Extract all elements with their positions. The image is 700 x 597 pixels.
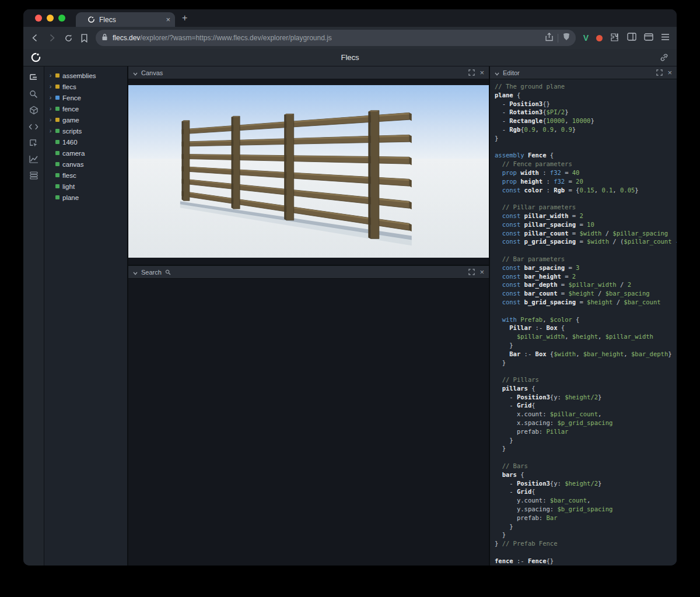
code-line bbox=[495, 453, 677, 462]
code-line: // The ground plane bbox=[495, 82, 677, 91]
browser-tab-flecs[interactable]: Flecs × bbox=[76, 12, 175, 27]
reload-button[interactable] bbox=[64, 34, 73, 43]
code-line: } bbox=[495, 134, 677, 143]
entity-name: flecs bbox=[62, 83, 76, 90]
tree-item-scripts[interactable]: ›scripts bbox=[44, 125, 127, 136]
code-line: prop height : f32 = 20 bbox=[495, 177, 677, 186]
code-line: plane { bbox=[495, 91, 677, 100]
expand-arrow-icon[interactable]: › bbox=[48, 72, 52, 79]
charts-icon[interactable] bbox=[27, 154, 41, 164]
zoom-window-button[interactable] bbox=[58, 15, 65, 22]
browser-toolbar: flecs.dev/explorer/?wasm=https://www.fle… bbox=[23, 27, 677, 49]
code-line: pillars { bbox=[495, 384, 677, 393]
fullscreen-icon[interactable] bbox=[656, 68, 663, 78]
tree-item-Fence[interactable]: ›Fence bbox=[44, 92, 127, 103]
share-icon[interactable] bbox=[545, 33, 553, 44]
close-panel-icon[interactable]: × bbox=[480, 69, 484, 76]
minimize-window-button[interactable] bbox=[47, 15, 54, 22]
expand-arrow-icon[interactable]: › bbox=[48, 83, 52, 90]
collapse-chevron-icon[interactable] bbox=[133, 68, 138, 78]
code-line: } bbox=[495, 359, 677, 367]
tree-item-game[interactable]: ›game bbox=[44, 114, 127, 125]
code-line: - Position3{} bbox=[495, 100, 677, 108]
code-line: prefab: Pillar bbox=[495, 427, 677, 436]
expand-arrow-icon[interactable]: › bbox=[48, 106, 52, 112]
tree-item-assemblies[interactable]: ›assemblies bbox=[44, 70, 127, 81]
objects-cube-icon[interactable] bbox=[27, 105, 41, 115]
tree-item-canvas[interactable]: canvas bbox=[44, 159, 127, 170]
code-line: x.spacing: $p_grid_spacing bbox=[495, 419, 677, 427]
address-bar[interactable]: flecs.dev/explorer/?wasm=https://www.fle… bbox=[96, 30, 576, 46]
brave-shield-icon[interactable] bbox=[563, 33, 570, 43]
browser-window: Flecs × + flecs.dev/explorer/?wasm=https… bbox=[23, 9, 677, 566]
close-panel-icon[interactable]: × bbox=[667, 69, 672, 76]
url-path: /explorer/?wasm=https://www.flecs.dev/ex… bbox=[140, 34, 331, 42]
code-line: } bbox=[495, 444, 677, 453]
code-line: - Position3{y: $height/2} bbox=[495, 393, 677, 402]
menu-icon[interactable] bbox=[661, 33, 670, 43]
expand-arrow-icon[interactable]: › bbox=[48, 128, 52, 134]
search-panel-header: Search × bbox=[128, 266, 489, 279]
url-domain: flecs.dev bbox=[113, 34, 140, 42]
code-line: $pillar_width, $height, $pillar_width bbox=[495, 332, 677, 341]
code-line: y.spacing: $b_grid_spacing bbox=[495, 505, 677, 514]
code-line: // Bars bbox=[495, 462, 677, 470]
code-line: - Position3{y: $height/2} bbox=[495, 479, 677, 488]
tab-close-icon[interactable]: × bbox=[166, 15, 170, 24]
code-line: // Pillar parameters bbox=[495, 203, 677, 212]
forward-button[interactable] bbox=[47, 33, 57, 43]
search-results-area bbox=[128, 279, 489, 566]
vue-devtools-icon[interactable]: V bbox=[583, 33, 589, 43]
new-tab-button[interactable]: + bbox=[182, 13, 187, 23]
entity-name: camera bbox=[62, 150, 85, 157]
collapse-chevron-icon[interactable] bbox=[133, 267, 138, 278]
tree-item-flesc[interactable]: flesc bbox=[44, 170, 127, 181]
code-line: const pillar_spacing = 10 bbox=[495, 220, 677, 229]
code-line: x.count: $pillar_count, bbox=[495, 410, 677, 419]
fullscreen-icon[interactable] bbox=[468, 267, 475, 278]
entity-kind-square bbox=[55, 85, 60, 89]
expand-arrow-icon[interactable]: › bbox=[48, 117, 52, 123]
search-tool-icon[interactable] bbox=[27, 89, 41, 99]
extension-icons: V bbox=[583, 32, 670, 44]
stats-rows-icon[interactable] bbox=[27, 170, 41, 181]
record-dot-icon[interactable] bbox=[596, 35, 603, 41]
panel-title: Canvas bbox=[141, 69, 163, 76]
bookmark-icon[interactable] bbox=[80, 34, 88, 43]
expand-arrow-icon[interactable]: › bbox=[48, 94, 52, 101]
lock-icon bbox=[102, 33, 108, 43]
tree-item-fence[interactable]: ›fence bbox=[44, 103, 127, 114]
entity-tree: ›assemblies›flecs›Fence›fence›game›scrip… bbox=[44, 66, 128, 566]
tree-item-plane[interactable]: plane bbox=[44, 192, 127, 203]
entity-kind-square bbox=[55, 129, 60, 133]
close-panel-icon[interactable]: × bbox=[480, 268, 484, 276]
code-line: // Pillars bbox=[495, 375, 677, 384]
tree-item-1460[interactable]: 1460 bbox=[44, 136, 127, 148]
code-line: } bbox=[495, 531, 677, 539]
3d-viewport[interactable] bbox=[128, 79, 489, 265]
editor-panel-header: Editor × bbox=[490, 66, 677, 79]
close-window-button[interactable] bbox=[35, 15, 42, 22]
code-line: with Prefab, $color { bbox=[495, 315, 677, 324]
tree-item-light[interactable]: light bbox=[44, 181, 127, 192]
fence-scene bbox=[128, 85, 489, 258]
entity-name: fence bbox=[62, 106, 79, 113]
tree-item-flecs[interactable]: ›flecs bbox=[44, 81, 127, 92]
fullscreen-icon[interactable] bbox=[468, 68, 475, 78]
extensions-puzzle-icon[interactable] bbox=[610, 32, 620, 44]
collapse-chevron-icon[interactable] bbox=[495, 68, 499, 78]
entity-tree-icon[interactable] bbox=[27, 72, 41, 83]
entity-kind-square bbox=[55, 140, 60, 144]
side-panel-icon[interactable] bbox=[627, 33, 636, 43]
entity-kind-square bbox=[55, 184, 60, 188]
inspect-cursor-icon[interactable] bbox=[27, 138, 41, 148]
panel-title: Editor bbox=[503, 69, 520, 76]
back-button[interactable] bbox=[30, 33, 40, 43]
wallet-card-icon[interactable] bbox=[644, 33, 653, 43]
code-tool-icon[interactable] bbox=[27, 121, 41, 132]
entity-name: Fence bbox=[62, 94, 81, 101]
code-editor[interactable]: // The ground planeplane { - Position3{}… bbox=[490, 79, 677, 566]
tree-item-camera[interactable]: camera bbox=[44, 148, 127, 159]
toolbar-separator bbox=[558, 34, 558, 43]
panel-title: Search bbox=[141, 269, 162, 276]
